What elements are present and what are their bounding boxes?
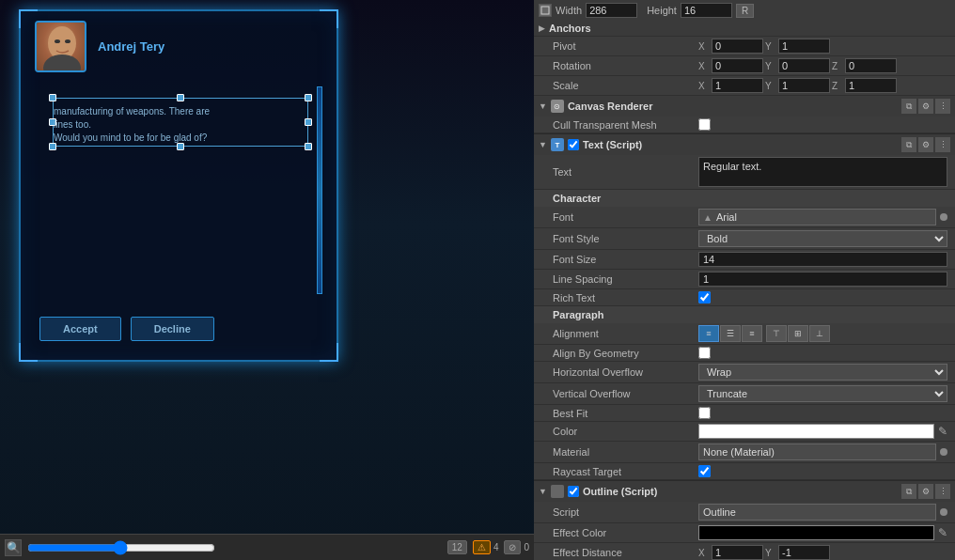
scale-z-input[interactable] [845, 78, 897, 93]
handle-tr[interactable] [305, 94, 312, 101]
outline-script-title: Outline (Script) [583, 486, 898, 497]
material-field[interactable]: None (Material) [698, 443, 936, 460]
raycast-checkbox[interactable] [698, 465, 711, 477]
font-icon: ▲ [703, 212, 712, 223]
font-size-input[interactable] [698, 252, 947, 267]
canvas-renderer-icon: ⊙ [551, 100, 564, 113]
font-size-label: Font Size [553, 254, 698, 265]
font-field[interactable]: ▲ Arial [698, 209, 936, 226]
warning-count: ⚠ 4 [473, 540, 499, 554]
handle-tl[interactable] [49, 94, 56, 101]
rotation-z-input[interactable] [845, 58, 897, 73]
script-field[interactable]: Outline [698, 504, 936, 521]
text-settings-btn[interactable]: ⚙ [918, 137, 933, 152]
outline-menu-btn[interactable]: ⋮ [935, 484, 950, 499]
effect-color-picker-icon[interactable]: ✎ [938, 526, 947, 539]
console-count: 12 [447, 540, 467, 554]
raycast-label: Raycast Target [553, 466, 698, 477]
zoom-button[interactable]: 🔍 [5, 539, 22, 556]
rotation-z-label: Z [832, 61, 843, 71]
outline-script-checkbox[interactable] [568, 486, 579, 497]
effect-y-label: Y [765, 548, 776, 558]
material-picker-dot[interactable] [940, 448, 947, 456]
pivot-y-input[interactable] [778, 39, 830, 54]
effect-x-input[interactable] [712, 545, 763, 560]
effect-color-swatch[interactable] [698, 525, 934, 540]
cull-mesh-label: Cull Transparent Mesh [553, 119, 698, 131]
paragraph-heading: Paragraph [534, 306, 955, 323]
scale-label: Scale [553, 80, 698, 91]
font-name: Arial [716, 211, 932, 223]
align-right-btn[interactable]: ≡ [742, 325, 762, 342]
text-field-label: Text [553, 166, 698, 178]
scale-z-label: Z [832, 81, 843, 91]
height-input[interactable] [681, 3, 732, 18]
color-picker-icon[interactable]: ✎ [938, 425, 947, 438]
horizontal-overflow-select[interactable]: Wrap Overflow [698, 364, 947, 381]
decline-button[interactable]: Decline [131, 317, 214, 341]
canvas-renderer-settings-btn[interactable]: ⚙ [918, 99, 933, 114]
color-label: Color [553, 426, 698, 437]
rotation-y-input[interactable] [778, 58, 830, 73]
alignment-buttons: ≡ ☰ ≡ ⊤ ⊞ ⊥ [698, 325, 830, 342]
best-fit-checkbox[interactable] [698, 407, 711, 419]
text-script-section: ▼ T Text (Script) ⧉ ⚙ ⋮ Text Regular tex… [534, 134, 955, 481]
line-spacing-input[interactable] [698, 272, 947, 287]
outline-arrow[interactable]: ▼ [539, 487, 547, 496]
vertical-overflow-select[interactable]: Truncate Overflow [698, 385, 947, 402]
outline-paste-btn[interactable]: ⧉ [901, 484, 916, 499]
align-top-btn[interactable]: ⊤ [766, 325, 787, 342]
scale-y-input[interactable] [778, 78, 830, 93]
script-picker-dot[interactable] [940, 508, 947, 516]
font-style-row: Font Style Bold Normal Italic Bold Itali… [534, 228, 955, 250]
font-picker-dot[interactable] [940, 213, 947, 221]
text-paste-btn[interactable]: ⧉ [901, 137, 916, 152]
align-center-btn[interactable]: ☰ [720, 325, 741, 342]
align-geometry-checkbox[interactable] [698, 347, 711, 359]
text-textarea[interactable]: Regular text. [698, 157, 947, 187]
pivot-x-input[interactable] [712, 39, 763, 54]
anchors-arrow[interactable]: ▶ [539, 23, 545, 33]
align-left-btn[interactable]: ≡ [698, 325, 719, 342]
color-row: Color ✎ [534, 422, 955, 442]
font-style-select[interactable]: Bold Normal Italic Bold Italic [698, 230, 947, 247]
effect-y-input[interactable] [778, 545, 830, 560]
canvas-renderer-menu-btn[interactable]: ⋮ [935, 99, 950, 114]
r-button[interactable]: R [736, 4, 754, 18]
rotation-x-input[interactable] [712, 58, 763, 73]
rotation-row: Rotation X Y Z [534, 56, 955, 76]
rich-text-checkbox[interactable] [698, 291, 711, 303]
scale-x-input[interactable] [712, 78, 763, 93]
canvas-renderer-paste-btn[interactable]: ⧉ [901, 99, 916, 114]
dialog-text: manufacturing of weapons. There are line… [54, 105, 312, 145]
scene-view: Andrej Tery manufacturing of weapons. Th… [0, 0, 534, 560]
canvas-renderer-header: ▼ ⊙ Canvas Renderer ⧉ ⚙ ⋮ [534, 96, 955, 117]
cull-mesh-checkbox[interactable] [698, 118, 711, 131]
pivot-row: Pivot X Y [534, 37, 955, 56]
handle-tc[interactable] [177, 94, 184, 101]
canvas-renderer-arrow[interactable]: ▼ [539, 101, 547, 111]
horizontal-overflow-row: Horizontal Overflow Wrap Overflow [534, 362, 955, 383]
dialog-box: Andrej Tery manufacturing of weapons. Th… [19, 9, 338, 362]
align-middle-btn[interactable]: ⊞ [788, 325, 808, 342]
outline-settings-btn[interactable]: ⚙ [918, 484, 933, 499]
accept-button[interactable]: Accept [39, 317, 121, 341]
wh-group: Width Height [556, 3, 732, 18]
warning-badge: ⚠ [473, 540, 491, 554]
raycast-row: Raycast Target [534, 463, 955, 480]
svg-rect-4 [541, 7, 549, 14]
scale-row: Scale X Y Z [534, 76, 955, 96]
text-script-checkbox[interactable] [568, 139, 579, 150]
text-menu-btn[interactable]: ⋮ [935, 137, 950, 152]
character-heading: Character [534, 190, 955, 207]
rich-text-label: Rich Text [553, 292, 698, 303]
text-script-arrow[interactable]: ▼ [539, 140, 547, 149]
material-row: Material None (Material) [534, 442, 955, 463]
width-input[interactable] [586, 3, 637, 18]
align-bottom-btn[interactable]: ⊥ [809, 325, 830, 342]
font-row: Font ▲ Arial [534, 207, 955, 228]
color-swatch[interactable] [698, 424, 934, 439]
zoom-slider[interactable] [27, 540, 215, 555]
dialog-scrollbar[interactable] [317, 86, 322, 294]
outline-script-section: ▼ Outline (Script) ⧉ ⚙ ⋮ Script Outline [534, 481, 955, 560]
